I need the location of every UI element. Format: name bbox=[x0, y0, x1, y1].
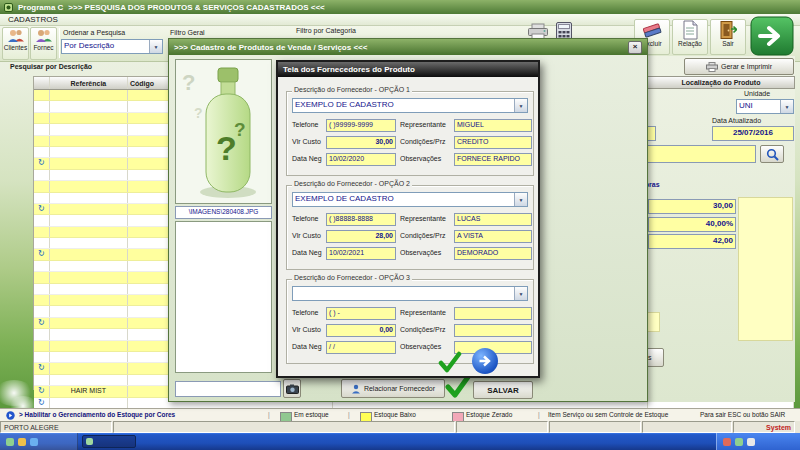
condicoes-field[interactable] bbox=[454, 324, 532, 337]
tray-icon[interactable] bbox=[723, 438, 731, 446]
system-tray bbox=[716, 433, 800, 450]
chevron-down-icon[interactable]: ▼ bbox=[514, 193, 527, 206]
fornecedores-button[interactable]: Fornec bbox=[30, 27, 57, 60]
row-refresh-icon bbox=[34, 295, 50, 305]
suppliers-people-icon bbox=[35, 28, 53, 44]
close-icon[interactable]: × bbox=[628, 41, 642, 54]
vlr-custo-field[interactable]: 28,00 bbox=[326, 230, 396, 243]
representante-field[interactable]: MIGUEL bbox=[454, 119, 532, 132]
fornecedor-descricao-combobox[interactable]: ▼ bbox=[292, 286, 528, 301]
search-product-button[interactable] bbox=[760, 145, 784, 163]
row-referencia-cell bbox=[50, 215, 128, 225]
tray-icon[interactable] bbox=[735, 438, 743, 446]
row-refresh-icon: ↻ bbox=[34, 386, 50, 396]
data-neg-field[interactable]: 10/02/2021 bbox=[326, 247, 396, 260]
sair-button[interactable]: Sair bbox=[710, 19, 746, 55]
svg-text:?: ? bbox=[194, 105, 203, 121]
row-referencia-cell bbox=[50, 136, 128, 146]
menu-cadastros[interactable]: CADASTROS bbox=[8, 15, 58, 24]
exit-green-icon[interactable] bbox=[750, 16, 794, 56]
row-referencia-cell bbox=[50, 158, 128, 168]
chevron-down-icon[interactable]: ▼ bbox=[514, 287, 527, 300]
chevron-down-icon[interactable]: ▼ bbox=[514, 99, 527, 112]
row-referencia-cell bbox=[50, 181, 128, 191]
fornecedores-titlebar[interactable]: Tela dos Fornecedores do Produto bbox=[278, 62, 538, 77]
relacionar-fornecedor-button[interactable]: Relacionar Fornecedor bbox=[341, 379, 445, 398]
taskbar-task-button[interactable] bbox=[82, 435, 136, 448]
fornecedor-descricao-combobox[interactable]: EXEMPLO DE CADASTRO ▼ bbox=[292, 98, 528, 113]
telefone-field[interactable]: ( )88888-8888 bbox=[326, 213, 396, 226]
representante-label: Representante bbox=[400, 121, 446, 128]
row-refresh-icon bbox=[34, 124, 50, 134]
row-referencia-cell bbox=[50, 238, 128, 248]
cadastro-bottom-input[interactable] bbox=[175, 381, 281, 397]
next-blue-arrow-icon[interactable] bbox=[472, 348, 498, 374]
row-refresh-icon bbox=[34, 261, 50, 271]
para-sair-label: Para sair ESC ou botão SAIR bbox=[700, 411, 785, 418]
telefone-field[interactable]: ( ) - bbox=[326, 307, 396, 320]
row-refresh-icon: ↻ bbox=[34, 249, 50, 259]
cadastro-titlebar: >>> Cadastro de Produtos de Venda / Serv… bbox=[169, 39, 647, 55]
tray-icon[interactable] bbox=[747, 438, 755, 446]
related-list-box[interactable] bbox=[175, 221, 272, 373]
quick-launch-icon[interactable] bbox=[30, 438, 38, 446]
descricao-value: EXEMPLO DE CADASTRO bbox=[293, 193, 514, 206]
quick-launch-icon[interactable] bbox=[18, 438, 26, 446]
habilitar-estoque-label[interactable]: > Habilitar o Gerenciamento do Estoque p… bbox=[19, 411, 175, 418]
row-referencia-cell bbox=[50, 341, 128, 351]
row-referencia-cell bbox=[50, 284, 128, 294]
gerar-imprimir-button[interactable]: Gerar e Imprimir bbox=[684, 58, 794, 75]
task-icon bbox=[86, 438, 93, 445]
row-referencia-cell bbox=[50, 261, 128, 271]
data-atualizado-field[interactable]: 25/07/2016 bbox=[712, 126, 794, 141]
ordenar-combobox[interactable]: Por Descrição ▼ bbox=[61, 39, 163, 54]
row-refresh-icon bbox=[34, 352, 50, 362]
exit-door-icon bbox=[719, 20, 737, 40]
em-estoque-label: Em estoque bbox=[294, 411, 329, 418]
telefone-label: Telefone bbox=[292, 309, 318, 316]
representante-field[interactable] bbox=[454, 307, 532, 320]
toolbar-separator bbox=[59, 28, 60, 58]
unidade-combobox[interactable]: UNI ▼ bbox=[736, 99, 794, 114]
condicoes-field[interactable]: A VISTA bbox=[454, 230, 532, 243]
row-referencia-cell bbox=[50, 352, 128, 362]
camera-button[interactable] bbox=[283, 379, 301, 398]
valor-venda-field[interactable]: 42,00 bbox=[648, 234, 736, 249]
svg-text:?: ? bbox=[234, 119, 246, 140]
chevron-down-icon[interactable]: ▼ bbox=[780, 100, 793, 113]
valor-custo-field[interactable]: 30,00 bbox=[648, 199, 736, 214]
taskbar bbox=[0, 433, 800, 450]
data-neg-label: Data Neg bbox=[292, 249, 322, 256]
row-refresh-icon bbox=[34, 147, 50, 157]
observacoes-field[interactable]: DEMORADO bbox=[454, 247, 532, 260]
avista-field[interactable]: 40,00% bbox=[648, 217, 736, 232]
row-refresh-icon bbox=[34, 375, 50, 385]
vlr-custo-label: Vlr Custo bbox=[292, 232, 321, 239]
vlr-custo-field[interactable]: 0,00 bbox=[326, 324, 396, 337]
stock-ok-swatch bbox=[280, 412, 292, 422]
representante-field[interactable]: LUCAS bbox=[454, 213, 532, 226]
clientes-button[interactable]: Clientes bbox=[2, 27, 29, 60]
telefone-field[interactable]: ( )99999-9999 bbox=[326, 119, 396, 132]
representante-label: Representante bbox=[400, 215, 446, 222]
row-refresh-icon bbox=[34, 170, 50, 180]
confirm-check-icon[interactable] bbox=[438, 350, 462, 374]
stock-colors-toggle-icon[interactable] bbox=[6, 411, 15, 420]
print-icon bbox=[706, 62, 718, 72]
chevron-down-icon[interactable]: ▼ bbox=[149, 40, 162, 53]
relacao-button[interactable]: Relação bbox=[672, 19, 708, 55]
data-neg-field[interactable]: 10/02/2020 bbox=[326, 153, 396, 166]
telefone-label: Telefone bbox=[292, 121, 318, 128]
fornecedor-descricao-combobox[interactable]: EXEMPLO DE CADASTRO ▼ bbox=[292, 192, 528, 207]
status-segment bbox=[642, 421, 732, 433]
data-neg-field[interactable]: / / bbox=[326, 341, 396, 354]
clientes-label: Clientes bbox=[4, 44, 27, 51]
quick-launch-icon[interactable] bbox=[6, 438, 14, 446]
fornecedor-group-2: Descrição do Fornecedor - OPÇÃO 2 EXEMPL… bbox=[286, 180, 534, 270]
group-title: Descrição do Fornecedor - OPÇÃO 2 bbox=[292, 180, 412, 187]
vlr-custo-field[interactable]: 30,00 bbox=[326, 136, 396, 149]
observacoes-field[interactable]: FORNECE RAPIDO bbox=[454, 153, 532, 166]
salvar-button[interactable]: SALVAR bbox=[473, 381, 533, 399]
row-referencia-cell bbox=[50, 124, 128, 134]
condicoes-field[interactable]: CREDITO bbox=[454, 136, 532, 149]
